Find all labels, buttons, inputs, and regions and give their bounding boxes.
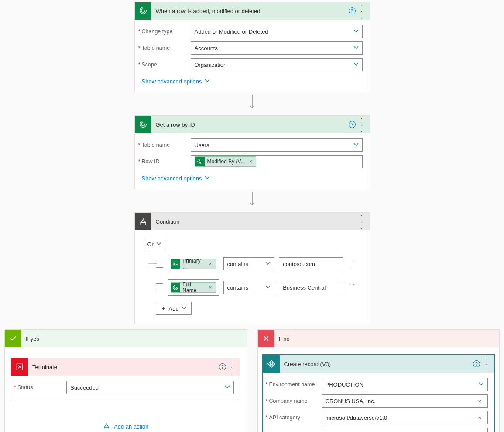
chevron-down-icon — [265, 284, 271, 291]
chevron-down-icon — [479, 381, 484, 388]
label-scope: Scope — [142, 62, 191, 68]
terminate-header[interactable]: Terminate ? · · · — [11, 358, 240, 376]
tree-line — [148, 249, 154, 267]
getrow-header[interactable]: Get a row by ID ? · · · — [135, 116, 370, 133]
getrow-table-select[interactable]: Users — [191, 138, 363, 152]
status-select[interactable]: Succeeded — [66, 381, 234, 394]
chevron-down-icon — [265, 261, 271, 267]
more-icon[interactable]: · · · — [481, 354, 494, 374]
tree-line — [148, 263, 157, 264]
close-icon — [258, 330, 274, 347]
add-action-icon — [103, 422, 110, 430]
rule-value-input[interactable]: Business Central — [279, 281, 343, 294]
rule-value: Business Central — [283, 284, 326, 291]
rule-field-input[interactable]: Primary ... × — [168, 256, 219, 272]
rule-checkbox[interactable] — [156, 283, 164, 291]
rule-operator-select[interactable]: contains — [223, 281, 275, 294]
field-token-label: Primary ... — [182, 258, 204, 270]
more-icon[interactable]: · · · — [357, 212, 370, 232]
show-advanced-label: Show advanced options — [142, 175, 202, 182]
rule-checkbox[interactable] — [156, 260, 164, 268]
terminate-title: Terminate — [28, 364, 217, 370]
chevron-down-icon — [156, 241, 161, 248]
label-company: Company name — [269, 398, 322, 404]
if-yes-title: If yes — [21, 335, 247, 342]
condition-icon — [135, 213, 151, 230]
trigger-table-select[interactable]: Accounts — [191, 41, 363, 55]
more-icon[interactable]: · · · — [357, 115, 370, 135]
close-icon[interactable]: × — [207, 284, 214, 290]
help-icon[interactable]: ? — [347, 7, 357, 14]
close-icon[interactable]: × — [247, 159, 254, 165]
tree-line — [148, 287, 157, 287]
getrow-card: Get a row by ID ? · · · Table name Users… — [134, 115, 370, 189]
clear-icon[interactable]: × — [475, 398, 484, 404]
dataverse-icon — [135, 116, 151, 133]
getrow-table-value: Users — [195, 142, 209, 149]
chevron-down-icon — [353, 28, 359, 35]
rule-value-input[interactable]: contoso.com — [279, 257, 343, 270]
field-token[interactable]: Full Name × — [171, 282, 216, 293]
help-icon[interactable]: ? — [217, 363, 227, 370]
plus-icon: ＋ — [161, 304, 166, 312]
flow-arrow — [134, 92, 370, 114]
more-icon[interactable]: · · · — [357, 1, 370, 21]
if-yes-branch: If yes Terminate ? · · · Status — [4, 329, 247, 432]
close-icon[interactable]: × — [207, 261, 214, 267]
chevron-down-icon — [205, 175, 210, 182]
scope-value: Organization — [195, 62, 227, 68]
row-id-token[interactable]: Modified By (V... × — [195, 156, 257, 167]
trigger-header[interactable]: When a row is added, modified or deleted… — [135, 2, 370, 20]
clear-icon[interactable]: × — [475, 415, 484, 421]
row-id-token-label: Modified By (V... — [207, 159, 245, 165]
terminate-icon — [11, 358, 28, 376]
trigger-card: When a row is added, modified or deleted… — [134, 2, 370, 92]
scope-select[interactable]: Organization — [191, 58, 363, 71]
terminate-card: Terminate ? · · · Status Succeeded — [11, 358, 240, 401]
help-icon[interactable]: ? — [347, 121, 357, 128]
label-row-id: Row ID — [142, 159, 191, 165]
rule-field-input[interactable]: Full Name × — [168, 279, 219, 296]
dataverse-icon — [195, 157, 205, 166]
trigger-title: When a row is added, modified or deleted — [151, 8, 347, 14]
more-icon[interactable]: · · · — [347, 257, 361, 270]
env-select[interactable]: PRODUCTION — [322, 378, 488, 391]
dataverse-icon — [171, 259, 180, 269]
more-icon[interactable]: · · · — [227, 357, 240, 377]
condition-grouping-select[interactable]: Or — [144, 238, 165, 250]
if-no-branch: If no Create record (V3) ? · · · Environ — [257, 329, 500, 432]
show-advanced-link[interactable]: Show advanced options — [142, 173, 210, 183]
company-input[interactable]: CRONUS USA, Inc. × — [322, 394, 488, 408]
chevron-down-icon — [205, 78, 210, 85]
add-action-button[interactable]: Add an action — [103, 422, 149, 430]
label-status: Status — [17, 384, 66, 391]
condition-card: Condition · · · Or Primary ... — [134, 212, 370, 324]
field-token[interactable]: Primary ... × — [171, 259, 216, 269]
add-rule-button[interactable]: ＋ Add — [156, 302, 192, 315]
if-yes-header[interactable]: If yes — [5, 330, 247, 347]
row-id-input[interactable]: Modified By (V... × — [191, 155, 363, 168]
dataverse-icon — [171, 283, 180, 292]
chevron-down-icon — [353, 142, 359, 149]
cr-table-input[interactable]: dataverseEntityChanges × — [322, 428, 488, 432]
more-icon[interactable]: · · · — [347, 281, 361, 294]
change-type-select[interactable]: Added or Modified or Deleted — [191, 25, 363, 38]
label-env: Environment name — [269, 381, 322, 387]
show-advanced-link[interactable]: Show advanced options — [142, 76, 210, 86]
apicat-value: microsoft/dataverse/v1.0 — [326, 415, 387, 421]
if-no-header[interactable]: If no — [258, 330, 500, 347]
label-change-type: Change type — [142, 28, 191, 35]
condition-header[interactable]: Condition · · · — [135, 213, 370, 230]
rule-operator-select[interactable]: contains — [223, 257, 275, 270]
dataverse-icon — [135, 2, 151, 20]
chevron-down-icon — [182, 305, 187, 312]
help-icon[interactable]: ? — [471, 360, 481, 367]
flow-arrow — [134, 189, 370, 211]
condition-rule: Full Name × contains Business Central · … — [144, 278, 361, 297]
create-record-header[interactable]: Create record (V3) ? · · · — [263, 355, 494, 373]
show-advanced-label: Show advanced options — [142, 78, 202, 85]
apicat-input[interactable]: microsoft/dataverse/v1.0 × — [322, 411, 488, 424]
condition-rule: Primary ... × contains contoso.com · · · — [144, 255, 361, 273]
label-table-name: Table name — [142, 45, 191, 51]
business-central-icon — [263, 355, 280, 373]
